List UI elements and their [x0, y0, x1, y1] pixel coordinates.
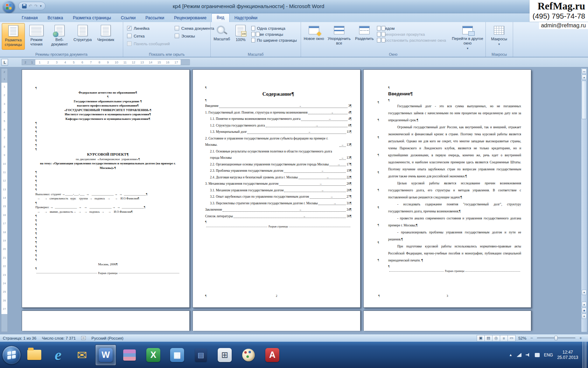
- zoom-slider[interactable]: [537, 338, 575, 339]
- adobe-reader-icon[interactable]: A: [262, 345, 283, 366]
- spellcheck-icon[interactable]: [81, 336, 86, 340]
- action-center-icon[interactable]: [535, 353, 540, 357]
- toc-entry-page-number: 13¶: [346, 155, 351, 161]
- view-shortcut-button[interactable]: ◎: [492, 335, 500, 341]
- start-button[interactable]: [2, 346, 21, 364]
- scroll-up-button[interactable]: ▲: [582, 75, 587, 80]
- toc-entry-title: 1.1. Понятие и причины возникновения гос…: [210, 116, 300, 122]
- document-page-3[interactable]: ¶¶¶¶¶¶¶¶¶¶ ¶ Введение¶ ¶ Государственный…: [363, 69, 531, 308]
- view-shortcut-button[interactable]: ▤: [484, 335, 492, 341]
- toc-entry-title: 1. Государственный долг. Понятие, структ…: [205, 109, 308, 116]
- tab-arrow-mark: →: [341, 155, 344, 161]
- document-page-5-partial[interactable]: [192, 311, 360, 331]
- next-page-button[interactable]: ▼: [582, 314, 587, 319]
- zoom-option-button[interactable]: Одна страница: [251, 26, 297, 30]
- arrange-all-button[interactable]: Упорядочить все: [325, 23, 354, 50]
- zoom-level[interactable]: 52%: [518, 336, 526, 340]
- ruler-number: 26: [1, 297, 7, 305]
- ribbon-tab[interactable]: Главная: [17, 14, 43, 22]
- language-switcher[interactable]: ENG: [544, 353, 553, 357]
- select-browse-object-button[interactable]: ◉: [582, 308, 587, 313]
- language-indicator[interactable]: Русский (Россия): [91, 336, 123, 340]
- checkbox-row[interactable]: Панель сообщений: [127, 41, 170, 47]
- zoom-out-button[interactable]: −: [529, 335, 534, 341]
- view-mode-button[interactable]: Режим чтения: [25, 23, 48, 50]
- document-page-1[interactable]: ¶ Федеральное агентство по образованию¶ …: [22, 69, 190, 308]
- document-line: ¶: [35, 227, 180, 232]
- view-mode-button[interactable]: Структура: [71, 23, 94, 50]
- winrar-icon[interactable]: [119, 345, 140, 366]
- excel-icon[interactable]: X: [143, 345, 164, 366]
- server-icon[interactable]: ▤: [190, 345, 211, 366]
- scroll-down-button[interactable]: ▼: [582, 290, 587, 295]
- document-line: - проанализировать проблемы управления г…: [388, 229, 521, 243]
- print-layout-icon: [8, 25, 18, 36]
- zoom-100-button[interactable]: 100 100%: [231, 23, 250, 50]
- ruler-number: 1: [29, 60, 35, 65]
- magnifier-icon: [217, 26, 225, 34]
- vertical-scrollbar[interactable]: ▭ ▲ ▼ ▲ ◉ ▼: [581, 68, 587, 332]
- show-desktop-button[interactable]: [582, 342, 587, 368]
- switch-windows-button[interactable]: Перейти в другое окно ▼: [451, 23, 484, 51]
- paragraph-mark: ¶: [378, 223, 381, 241]
- explorer-icon[interactable]: [24, 345, 45, 366]
- calculator-icon[interactable]: ⊞: [214, 345, 235, 366]
- checkbox-row[interactable]: Сетка: [127, 33, 170, 39]
- document-page-4-partial[interactable]: [22, 311, 190, 331]
- document-line: Институт государственного и муниципально…: [35, 112, 180, 117]
- network-icon[interactable]: [517, 353, 522, 357]
- tab-arrow-mark: →: [330, 193, 333, 200]
- word-icon[interactable]: W: [95, 345, 116, 366]
- window-option-button[interactable]: Восстановить расположение окна: [377, 38, 449, 42]
- zoom-option-button[interactable]: Две страницы: [251, 32, 297, 36]
- ribbon-tab[interactable]: Вставка: [43, 14, 68, 22]
- ruler-number: 15: [1, 202, 7, 211]
- toc-entry-page-number: 26¶: [346, 180, 351, 187]
- ribbon-tab[interactable]: Надстройки: [230, 14, 262, 22]
- ribbon-tab[interactable]: Рецензирование: [169, 14, 211, 22]
- ribbon-tab[interactable]: Вид: [211, 13, 230, 22]
- zoom-in-button[interactable]: +: [578, 335, 583, 341]
- ribbon-tab[interactable]: Разметка страницы: [68, 14, 116, 22]
- paragraph-mark: ¶: [378, 118, 381, 136]
- page-indicator[interactable]: Страница: 1 из 36: [3, 336, 36, 340]
- word-count[interactable]: Число слов: 7 371: [42, 336, 76, 340]
- ribbon-tab[interactable]: Ссылки: [116, 14, 140, 22]
- hidden-icons-chevron[interactable]: ▲: [509, 353, 512, 357]
- view-shortcut-button[interactable]: ▣: [477, 335, 485, 341]
- scrollbar-thumb[interactable]: [582, 81, 587, 119]
- checkbox-row[interactable]: Линейка: [127, 25, 170, 31]
- volume-icon[interactable]: [526, 353, 531, 357]
- split-button[interactable]: Разделить: [353, 23, 376, 50]
- taskbar-clock[interactable]: 12:47 25.07.2013: [557, 350, 578, 360]
- window-option-button[interactable]: Синхронная прокрутка: [377, 32, 449, 36]
- view-mode-button[interactable]: Черновик: [94, 23, 117, 50]
- document-page-2[interactable]: ¶ Содержание¶ ¶ Введение → 3¶ 1. Государ…: [192, 69, 360, 308]
- checkbox-row[interactable]: Эскизы: [175, 33, 214, 39]
- tab-leader: →: [318, 205, 346, 205]
- vertical-ruler[interactable]: 21 1234567891011121314151617181920212223…: [1, 68, 8, 332]
- zoom-slider-thumb[interactable]: [554, 336, 558, 340]
- internet-explorer-icon[interactable]: e: [48, 345, 69, 366]
- document-page-6-partial[interactable]: [363, 311, 531, 331]
- horizontal-ruler[interactable]: 21 1234567891011121314151617: [22, 59, 190, 65]
- zoom-button[interactable]: Масштаб: [212, 23, 231, 50]
- view-mode-button[interactable]: Веб-документ: [48, 23, 71, 50]
- outlook-icon[interactable]: ✉: [71, 345, 92, 366]
- view-shortcut-button[interactable]: ≡: [500, 335, 508, 341]
- checkbox-row[interactable]: Схема документа: [175, 25, 214, 31]
- macros-button[interactable]: Макросы ▼: [488, 23, 511, 50]
- blue-app-icon[interactable]: ▦: [167, 345, 188, 366]
- zoom-option-button[interactable]: По ширине страницы: [251, 38, 297, 42]
- ribbon-tab[interactable]: Рассылки: [140, 14, 169, 22]
- view-shortcut-button[interactable]: ▭: [507, 335, 516, 341]
- tab-stop-selector[interactable]: L: [1, 59, 8, 66]
- window-option-button[interactable]: Рядом: [377, 26, 449, 30]
- document-line: ¶: [35, 249, 180, 253]
- ruler-toggle-button[interactable]: ▭: [582, 69, 587, 74]
- paint-icon[interactable]: [238, 345, 259, 366]
- view-mode-button[interactable]: Разметка страницы: [2, 23, 25, 50]
- tab-arrow-mark: →: [330, 109, 334, 116]
- new-window-button[interactable]: Новое окно: [303, 23, 325, 50]
- previous-page-button[interactable]: ▲: [582, 302, 587, 307]
